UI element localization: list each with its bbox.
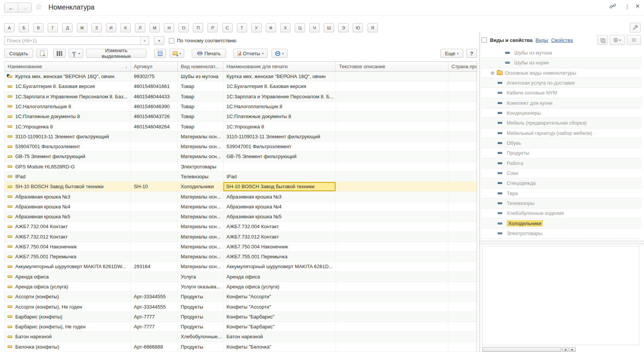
- tree-item[interactable]: Шубы из норки: [481, 58, 642, 68]
- scroll-left-button[interactable]: ◀: [562, 347, 569, 352]
- alphabet-button-С[interactable]: С: [222, 23, 233, 32]
- tree-item[interactable]: Хлебобулочные изделия: [481, 208, 642, 218]
- alphabet-button-Т[interactable]: Т: [237, 23, 247, 32]
- alphabet-button-К[interactable]: К: [120, 23, 131, 32]
- expand-icon[interactable]: ⊕: [490, 70, 495, 76]
- table-row[interactable]: Барбарис (конфеты), Не годенАрт-7777Прод…: [5, 322, 477, 332]
- table-row[interactable]: 1С:Упрощенка 84601546048264Товар1С:Упрощ…: [5, 122, 477, 131]
- create-button[interactable]: Создать: [4, 49, 33, 58]
- copy-view-button[interactable]: [597, 35, 608, 45]
- create-group-button[interactable]: [36, 49, 48, 58]
- alphabet-button-В[interactable]: В: [33, 23, 43, 32]
- table-row[interactable]: 1С:Платежные документы 84601546043726Тов…: [5, 112, 477, 122]
- table-row[interactable]: Абразивная крошка №3Материалы осн...Абра…: [5, 192, 477, 202]
- edit-selected-button[interactable]: Изменить выделенные: [86, 49, 146, 58]
- add-view-button[interactable]: +▾: [610, 35, 625, 45]
- tree-item[interactable]: Обувь: [481, 138, 642, 148]
- nav-history-group[interactable]: ← →: [4, 3, 32, 13]
- types-properties-checkbox[interactable]: [482, 37, 487, 43]
- table-row[interactable]: АЖБ7.750.004 НаконечникМатериалы осн...А…: [5, 242, 477, 252]
- tree-item[interactable]: Мебель (предварительная сборка): [481, 118, 642, 128]
- search-input[interactable]: [5, 37, 140, 45]
- alphabet-button-Ш[interactable]: Ш: [324, 23, 334, 32]
- alphabet-button-Х[interactable]: Х: [280, 23, 291, 32]
- get-link-icon[interactable]: [609, 3, 616, 11]
- alphabet-button-Ж[interactable]: Ж: [77, 23, 87, 32]
- alphabet-button-Л[interactable]: Л: [135, 23, 145, 32]
- tree-item[interactable]: Спецодежда: [481, 178, 642, 188]
- table-row[interactable]: Ассорти (конфеты)Арт-33344555ПродуктыКон…: [5, 292, 477, 302]
- table-row[interactable]: Аренда офиса (услуга)Услуги оказыва...Ар…: [5, 282, 477, 292]
- table-row[interactable]: Абразивная крошка №4Материалы осн...Абра…: [5, 202, 477, 212]
- horizontal-scrollbar[interactable]: ◀ ▶: [482, 347, 576, 352]
- tree-item[interactable]: Продукты: [481, 148, 642, 158]
- table-row[interactable]: 539047001 ФильтроэлементМатериалы осн...…: [5, 142, 477, 152]
- table-row[interactable]: 1С:Бухгалтерия 8. Базовая версия46015460…: [5, 82, 477, 91]
- close-icon[interactable]: ×: [636, 2, 640, 10]
- table-row[interactable]: 3110-1109013-11 Элемент фильтрующийМатер…: [5, 132, 477, 142]
- table-row[interactable]: АЖБ7.755.001 ПеремычкаМатериалы осн...АЖ…: [5, 252, 477, 262]
- column-header-name[interactable]: Наименование ↓: [5, 62, 131, 71]
- tree-item[interactable]: Холодильники: [481, 219, 642, 229]
- properties-link[interactable]: Свойства: [551, 37, 573, 43]
- move-to-group-button[interactable]: ▾: [170, 49, 184, 58]
- reports-button[interactable]: Отчеты▾: [233, 49, 268, 58]
- column-header-kind[interactable]: Вид номенклат...: [178, 62, 223, 71]
- alphabet-button-О[interactable]: О: [178, 23, 189, 32]
- tree-item[interactable]: Шубы из мутона: [481, 48, 642, 58]
- send-button[interactable]: ▾: [271, 49, 287, 58]
- alphabet-button-Я[interactable]: Я: [368, 23, 378, 32]
- more-menu-icon[interactable]: ⋮: [624, 3, 630, 10]
- table-row[interactable]: Белочка (конфеты)Арт-6666888ПродуктыКонф…: [5, 342, 477, 352]
- alphabet-button-А[interactable]: А: [4, 23, 14, 32]
- tree-item[interactable]: Телевизоры: [481, 198, 642, 208]
- table-row[interactable]: Куртка мех. женская "ВЕРОНА 16Q", овчин9…: [5, 72, 477, 82]
- tree-item[interactable]: Агентская услуга по доставке: [481, 78, 642, 88]
- table-row[interactable]: Барбарис (конфеты)Арт-7777ПродуктыКонфет…: [5, 312, 477, 322]
- table-row[interactable]: IPadТелевизорыIPad: [5, 172, 477, 182]
- tree-item[interactable]: Мебельный гарнитур (набор мебели): [481, 128, 642, 138]
- alphabet-button-Ч[interactable]: Ч: [309, 23, 320, 32]
- types-link[interactable]: Виды: [536, 37, 548, 43]
- tree-item[interactable]: Комплект для кухни: [481, 98, 642, 108]
- inline-edit-field[interactable]: SH-10 BOSCH Завод бытовой техники: [223, 182, 336, 191]
- search-dropdown-button[interactable]: ▾: [154, 36, 164, 45]
- table-row[interactable]: GB-75 Элемент фильтрующийМатериалы осн..…: [5, 152, 477, 162]
- forward-button[interactable]: →: [18, 3, 32, 12]
- list-settings-button[interactable]: [630, 23, 641, 32]
- alphabet-button-Р[interactable]: Р: [207, 23, 218, 32]
- view-settings-button[interactable]: ⚙: [627, 35, 641, 45]
- alphabet-button-И[interactable]: И: [106, 23, 116, 32]
- column-header-country[interactable]: Страна происхождения: [448, 62, 477, 71]
- alphabet-button-Д[interactable]: Д: [62, 23, 72, 32]
- table-row[interactable]: Аренда офисаУслугаАренда офиса: [5, 272, 477, 282]
- table-row[interactable]: 1С:Зарплата и Управление Персоналом 8. Б…: [5, 92, 477, 102]
- scroll-right-button[interactable]: ▶: [569, 347, 576, 352]
- exact-match-checkbox[interactable]: [169, 38, 174, 43]
- tree-item[interactable]: Кондиционеры: [481, 108, 642, 118]
- output-list-button[interactable]: [154, 49, 166, 58]
- alphabet-button-Г[interactable]: Г: [48, 23, 58, 32]
- filter-button[interactable]: ▾: [69, 49, 83, 58]
- favorite-star-icon[interactable]: ☆: [35, 2, 42, 11]
- alphabet-button-Н[interactable]: Н: [164, 23, 174, 32]
- table-row[interactable]: Аккумуляторный шуруповерт MAKITA 6261DW.…: [5, 262, 477, 272]
- table-row[interactable]: Ассорти (конфеты), Не годенАрт-33344555П…: [5, 302, 477, 312]
- barcode-button[interactable]: [53, 49, 66, 58]
- tree-splitter[interactable]: [480, 241, 644, 242]
- tree-item[interactable]: Электротовары: [481, 229, 642, 238]
- back-button[interactable]: ←: [5, 3, 18, 12]
- table-row[interactable]: GPS Module HL6528RD-GЭлектротовары: [5, 162, 477, 172]
- table-row[interactable]: Батон нарезнойХлебобулочные...Батон наре…: [5, 332, 477, 342]
- alphabet-button-Б[interactable]: Б: [19, 23, 29, 32]
- tree-item[interactable]: ⊕Основные виды номенклатуры: [481, 68, 642, 78]
- alphabet-button-П[interactable]: П: [193, 23, 203, 32]
- scrollbar-thumb[interactable]: [482, 347, 561, 352]
- alphabet-button-М[interactable]: М: [149, 23, 160, 32]
- alphabet-button-Э[interactable]: Э: [338, 23, 348, 32]
- alphabet-button-З[interactable]: З: [92, 23, 102, 32]
- more-actions-button[interactable]: Еще▾: [440, 49, 463, 58]
- column-header-article[interactable]: Артикул: [131, 62, 178, 71]
- alphabet-button-Ф[interactable]: Ф: [266, 23, 276, 32]
- column-header-description[interactable]: Текстовое описание: [336, 62, 448, 71]
